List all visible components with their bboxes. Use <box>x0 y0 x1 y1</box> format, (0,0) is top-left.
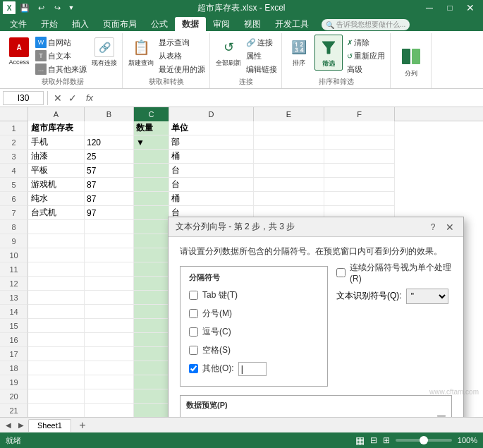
btn-connections[interactable]: 🔗 连接 <box>245 36 279 49</box>
window-close[interactable]: ✕ <box>460 1 480 15</box>
cell-c9[interactable] <box>134 234 169 248</box>
cell-b5[interactable]: 87 <box>85 178 134 192</box>
row-num-14[interactable]: 14 <box>0 305 28 319</box>
cell-b13[interactable] <box>85 291 134 305</box>
cell-e6[interactable] <box>254 192 324 206</box>
cell-b19[interactable] <box>85 375 134 389</box>
other-char-input[interactable]: | <box>238 362 267 376</box>
cell-a11[interactable] <box>28 262 85 277</box>
cell-ref-input[interactable]: I30 <box>3 91 44 105</box>
cell-c6[interactable] <box>134 192 169 206</box>
cell-e2[interactable] <box>254 135 324 150</box>
dialog-close-btn[interactable]: ✕ <box>444 221 456 234</box>
cell-c21[interactable] <box>134 404 169 417</box>
tab-pagelayout[interactable]: 页面布局 <box>96 17 144 31</box>
cell-a14[interactable] <box>28 305 85 319</box>
checkbox-space-label[interactable]: 空格(S) <box>202 344 231 356</box>
cell-a5[interactable]: 游戏机 <box>28 178 85 192</box>
col-header-f[interactable]: F <box>324 107 395 121</box>
row-num-17[interactable]: 17 <box>0 347 28 361</box>
tab-view[interactable]: 视图 <box>237 17 268 31</box>
cell-b6[interactable]: 87 <box>85 192 134 206</box>
checkbox-consecutive[interactable] <box>336 268 346 277</box>
cell-b18[interactable] <box>85 361 134 375</box>
cell-c15[interactable] <box>134 319 169 333</box>
view-page-icon[interactable]: ⊞ <box>383 435 390 445</box>
cell-a8[interactable] <box>28 220 85 234</box>
cell-d5[interactable]: 台 <box>169 178 254 192</box>
btn-from-table[interactable]: 从表格 <box>157 49 207 62</box>
cell-c8[interactable] <box>134 220 169 234</box>
cell-f5[interactable] <box>324 178 395 192</box>
row-num-8[interactable]: 8 <box>0 220 28 234</box>
checkbox-space[interactable] <box>189 346 198 355</box>
btn-edit-links[interactable]: 编辑链接 <box>245 63 279 75</box>
btn-existing-conn[interactable]: 🔗 现有连接 <box>90 35 119 69</box>
cell-a9[interactable] <box>28 234 85 248</box>
cell-c20[interactable] <box>134 389 169 404</box>
cell-a10[interactable] <box>28 248 85 262</box>
cell-a17[interactable] <box>28 347 85 361</box>
cell-e4[interactable] <box>254 164 324 178</box>
cell-b10[interactable] <box>85 248 134 262</box>
cell-c7[interactable] <box>134 206 169 220</box>
row-num-1[interactable]: 1 <box>0 121 28 135</box>
consecutive-label[interactable]: 连续分隔符号视为单个处理(R) <box>350 262 452 284</box>
cell-b16[interactable] <box>85 333 134 347</box>
cell-b20[interactable] <box>85 389 134 404</box>
tab-developer[interactable]: 开发工具 <box>268 17 316 31</box>
fx-icon[interactable]: fx <box>81 91 98 105</box>
quick-dropdown[interactable]: ▼ <box>66 1 76 14</box>
cell-c3[interactable] <box>134 150 169 164</box>
sheet-nav-right[interactable]: ▶ <box>16 420 27 431</box>
zoom-slider[interactable] <box>396 439 452 442</box>
view-layout-icon[interactable]: ⊟ <box>370 435 377 445</box>
btn-reapply[interactable]: ↺ 重新应用 <box>345 49 387 62</box>
cell-c4[interactable] <box>134 164 169 178</box>
row-num-15[interactable]: 15 <box>0 319 28 333</box>
cell-f6[interactable] <box>324 192 395 206</box>
btn-split-col[interactable]: 分列 <box>396 42 427 80</box>
cell-a12[interactable] <box>28 277 85 291</box>
tab-file[interactable]: 文件 <box>3 17 34 31</box>
checkbox-semicolon[interactable] <box>189 309 198 318</box>
cell-b7[interactable]: 97 <box>85 206 134 220</box>
row-num-12[interactable]: 12 <box>0 277 28 291</box>
add-sheet-btn[interactable]: + <box>75 420 90 431</box>
fx-confirm-icon[interactable]: ✓ <box>66 91 79 105</box>
cell-e3[interactable] <box>254 150 324 164</box>
cell-e1[interactable] <box>254 121 324 135</box>
cell-d6[interactable]: 桶 <box>169 192 254 206</box>
tab-formula[interactable]: 公式 <box>144 17 175 31</box>
cell-c13[interactable] <box>134 291 169 305</box>
cell-c2[interactable]: ▼ <box>134 135 169 150</box>
cell-c18[interactable] <box>134 361 169 375</box>
quick-save[interactable]: 💾 <box>18 1 32 14</box>
cell-a19[interactable] <box>28 375 85 389</box>
cell-d2[interactable]: 部 <box>169 135 254 150</box>
cell-a15[interactable] <box>28 319 85 333</box>
tab-data[interactable]: 数据 <box>175 17 206 31</box>
cell-c16[interactable] <box>134 333 169 347</box>
row-num-7[interactable]: 7 <box>0 206 28 220</box>
tab-start[interactable]: 开始 <box>34 17 65 31</box>
col-header-c[interactable]: C <box>134 107 169 121</box>
btn-properties[interactable]: 属性 <box>245 49 279 62</box>
formula-input[interactable] <box>100 93 480 103</box>
cell-b21[interactable] <box>85 404 134 417</box>
row-num-13[interactable]: 13 <box>0 291 28 305</box>
cell-a21[interactable] <box>28 404 85 417</box>
col-header-e[interactable]: E <box>254 107 324 121</box>
cell-b2[interactable]: 120 <box>85 135 134 150</box>
btn-sort[interactable]: 🔢 排序 <box>286 35 312 69</box>
col-header-d[interactable]: D <box>169 107 254 121</box>
window-minimize[interactable]: ─ <box>420 1 439 15</box>
row-num-11[interactable]: 11 <box>0 262 28 277</box>
row-num-4[interactable]: 4 <box>0 164 28 178</box>
tab-insert[interactable]: 插入 <box>65 17 96 31</box>
cell-c14[interactable] <box>134 305 169 319</box>
checkbox-other[interactable] <box>189 364 198 373</box>
dialog-help-btn[interactable]: ? <box>427 221 439 234</box>
cell-a20[interactable] <box>28 389 85 404</box>
cell-a16[interactable] <box>28 333 85 347</box>
